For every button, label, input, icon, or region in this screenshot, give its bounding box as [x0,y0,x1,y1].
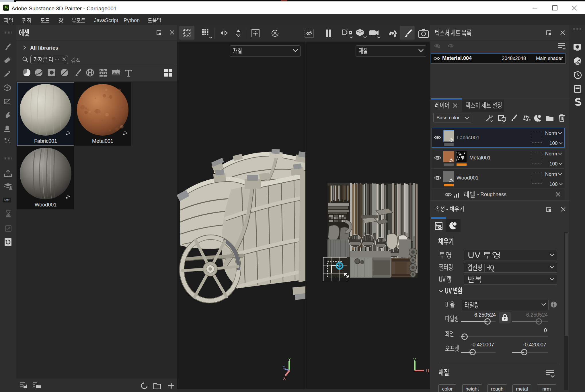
svg-text:Z: Z [282,366,285,370]
svg-text:X: X [283,376,286,381]
svg-text:U: U [426,368,429,373]
svg-text:Y: Y [288,358,291,362]
svg-text:V: V [413,358,416,362]
